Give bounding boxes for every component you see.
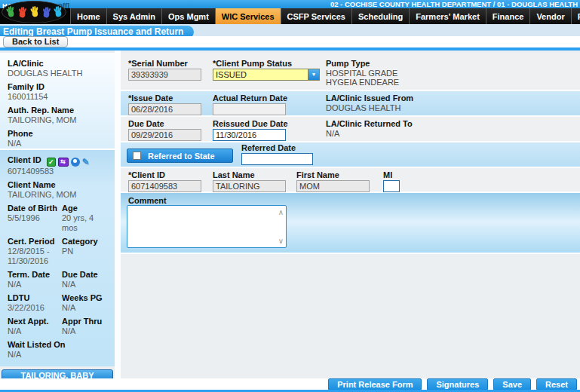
category-label: Category bbox=[62, 237, 107, 247]
tab-home[interactable]: Home bbox=[70, 8, 106, 24]
tab-csfp-services[interactable]: CSFP Services bbox=[281, 8, 351, 24]
scroll-down-icon[interactable]: ∨ bbox=[278, 237, 284, 244]
term-date-label: Term. Date bbox=[8, 270, 62, 280]
client-id-icons: ✓ ⇆ ✎ bbox=[47, 158, 90, 167]
first-name-label: First Name bbox=[296, 170, 339, 179]
reset-button[interactable]: Reset bbox=[536, 378, 577, 390]
pump-status-select[interactable]: ISSUED ▼ bbox=[213, 69, 320, 81]
pump-form: *Serial Number *Client Pump Status ISSUE… bbox=[121, 53, 580, 372]
scroll-up-icon[interactable]: ∧ bbox=[278, 209, 284, 216]
appr-thru-label: Appr Thru bbox=[62, 317, 107, 326]
tab-wic-services[interactable]: WIC Services bbox=[215, 8, 281, 24]
phone-label: Phone bbox=[8, 129, 107, 139]
tab-ops-mgmt[interactable]: Ops Mgmt bbox=[161, 8, 215, 24]
last-name-input[interactable] bbox=[213, 180, 286, 192]
due-date-input[interactable] bbox=[128, 129, 201, 141]
save-button[interactable]: Save bbox=[493, 378, 531, 390]
ldtu-label: LDTU bbox=[8, 293, 62, 303]
client-id-label: Client ID ✓ ⇆ ✎ bbox=[8, 155, 107, 167]
auth-rep-label: Auth. Rep. Name bbox=[8, 106, 107, 115]
auth-rep-value: TAILORING, MOM bbox=[8, 115, 107, 125]
next-appt-label: Next Appt. bbox=[8, 317, 62, 326]
serial-number-label: *Serial Number bbox=[128, 59, 188, 68]
row-client-name: *Client ID Last Name First Name MI bbox=[121, 168, 580, 193]
signatures-button[interactable]: Signatures bbox=[427, 378, 488, 390]
returned-to-value: N/A bbox=[326, 129, 339, 138]
tab-scheduling[interactable]: Scheduling bbox=[351, 8, 409, 24]
row-issue-date: *Issue Date Actual Return Date LA/Clinic… bbox=[121, 91, 580, 117]
issued-from-label: LA/Clinic Issued From bbox=[326, 93, 413, 103]
chevron-down-icon[interactable]: ▼ bbox=[308, 69, 319, 80]
weeks-pg-label: Weeks PG bbox=[62, 293, 107, 303]
referred-to-state-label: Referred to State bbox=[148, 152, 215, 161]
returned-to-label: LA/Clinic Returned To bbox=[326, 119, 413, 128]
tab-program-integrity[interactable]: Program Integrity bbox=[571, 8, 580, 24]
la-clinic-value: DOUGLAS HEALTH bbox=[8, 69, 107, 78]
dob-label: Date of Birth bbox=[8, 204, 62, 213]
client-info-panel: Client ID ✓ ⇆ ✎ 6071409583 Client Name T… bbox=[0, 150, 115, 366]
client-id-form-label: *Client ID bbox=[128, 170, 165, 179]
row-serial-status-type: *Serial Number *Client Pump Status ISSUE… bbox=[121, 53, 580, 91]
page-title-bar: Editing Breast Pump Issuance and Return bbox=[0, 24, 580, 36]
edit-pencil-icon[interactable]: ✎ bbox=[82, 158, 90, 167]
mi-label: MI bbox=[383, 170, 392, 179]
cert-period-label: Cert. Period bbox=[8, 237, 62, 247]
footer-bar: Print Release Form Signatures Save Reset bbox=[0, 378, 580, 390]
hands-logo-image bbox=[4, 2, 64, 22]
client-id-value: 6071409583 bbox=[8, 167, 107, 176]
referred-to-state-button[interactable]: Referred to State bbox=[127, 149, 233, 163]
tab-vendor[interactable]: Vendor bbox=[529, 8, 570, 24]
referred-to-state-checkbox[interactable] bbox=[133, 152, 141, 160]
wait-listed-label: Wait Listed On bbox=[8, 340, 107, 350]
tab-finance[interactable]: Finance bbox=[486, 8, 530, 24]
next-appt-value: N/A bbox=[8, 326, 62, 336]
category-value: PN bbox=[62, 247, 107, 256]
transfer-icon[interactable]: ⇆ bbox=[58, 158, 69, 167]
last-name-label: Last Name bbox=[213, 170, 255, 179]
back-to-list-button[interactable]: Back to List bbox=[3, 36, 68, 47]
pump-type-line2: HYGEIA ENDEARE bbox=[326, 78, 399, 87]
back-bar: Back to List bbox=[0, 36, 580, 47]
issued-from-value: DOUGLAS HEALTH bbox=[326, 103, 400, 112]
client-name-label: Client Name bbox=[8, 180, 107, 190]
referred-date-label: Referred Date bbox=[241, 143, 296, 152]
tab-sys-admin[interactable]: Sys Admin bbox=[106, 8, 161, 24]
reissued-due-date-input[interactable] bbox=[213, 129, 286, 141]
client-status-icon[interactable] bbox=[71, 158, 80, 167]
pump-type-label: Pump Type bbox=[326, 59, 370, 68]
comment-textarea[interactable]: ∧ ∨ bbox=[127, 205, 287, 248]
ldtu-value: 3/22/2016 bbox=[8, 303, 62, 313]
term-date-value: N/A bbox=[8, 280, 62, 289]
pump-status-value: ISSUED bbox=[213, 69, 319, 80]
tab-farmers-market[interactable]: Farmers' Market bbox=[409, 8, 486, 24]
age-label: Age bbox=[62, 204, 107, 213]
row-comment: Comment ∧ ∨ bbox=[121, 193, 580, 254]
print-release-form-button[interactable]: Print Release Form bbox=[328, 378, 422, 390]
first-name-input[interactable] bbox=[296, 180, 370, 192]
reissued-due-date-label: Reissued Due Date bbox=[213, 119, 288, 128]
la-clinic-label: LA/Clinic bbox=[8, 59, 107, 69]
phone-value: N/A bbox=[8, 139, 107, 149]
due-date-form-label: Due Date bbox=[128, 119, 164, 128]
weeks-pg-value: N/A bbox=[62, 303, 107, 313]
client-id-input[interactable] bbox=[128, 180, 201, 192]
family-info-panel: LA/Clinic DOUGLAS HEALTH Family ID 16001… bbox=[0, 53, 115, 149]
referred-date-input[interactable] bbox=[241, 153, 313, 165]
family-id-value: 160011154 bbox=[8, 92, 107, 102]
due-date-label: Due Date bbox=[62, 270, 107, 280]
dob-value: 5/5/1996 bbox=[8, 213, 62, 223]
actual-return-date-input[interactable] bbox=[213, 103, 286, 115]
top-bar: HJOSEPH1[Log Off] 02 - COCHISE COUNTY HE… bbox=[0, 0, 580, 8]
mi-input[interactable] bbox=[383, 180, 400, 192]
wait-listed-value: N/A bbox=[8, 350, 107, 360]
row-referred: Referred to State Referred Date bbox=[121, 142, 580, 168]
row-due-date: Due Date Reissued Due Date LA/Clinic Ret… bbox=[121, 117, 580, 142]
issue-date-label: *Issue Date bbox=[128, 93, 173, 103]
serial-number-input[interactable] bbox=[128, 69, 201, 81]
age-value: 20 yrs, 4 mos bbox=[62, 213, 107, 233]
comment-label: Comment bbox=[128, 196, 167, 205]
form-empty-area bbox=[121, 254, 580, 372]
certified-check-icon[interactable]: ✓ bbox=[47, 158, 56, 167]
issue-date-input[interactable] bbox=[128, 103, 201, 115]
agency-location: 02 - COCHISE COUNTY HEALTH DEPARTMENT / … bbox=[330, 0, 578, 8]
